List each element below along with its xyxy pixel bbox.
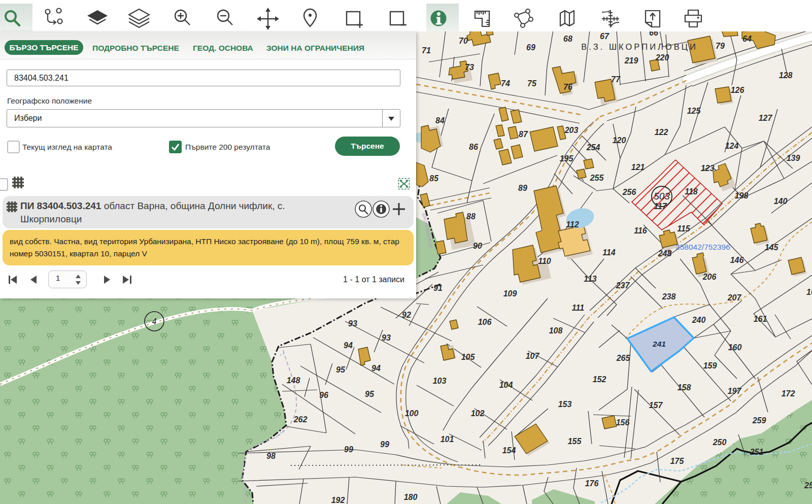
svg-text:118: 118 — [685, 187, 698, 196]
svg-text:64: 64 — [742, 35, 752, 43]
svg-text:4: 4 — [152, 317, 157, 326]
svg-text:109: 109 — [503, 289, 517, 298]
svg-text:140: 140 — [774, 197, 788, 206]
svg-text:108: 108 — [549, 326, 563, 335]
svg-text:175: 175 — [670, 457, 685, 465]
svg-text:146: 146 — [730, 256, 744, 264]
svg-text:100: 100 — [405, 409, 419, 418]
svg-text:220: 220 — [655, 53, 669, 62]
svg-text:159: 159 — [703, 361, 717, 370]
svg-text:69: 69 — [526, 43, 535, 52]
svg-text:79: 79 — [716, 42, 725, 50]
svg-text:110: 110 — [538, 257, 551, 265]
svg-text:127: 127 — [759, 114, 773, 122]
svg-text:240: 240 — [692, 316, 706, 324]
svg-text:206: 206 — [702, 273, 717, 281]
svg-text:126: 126 — [731, 86, 745, 94]
svg-text:70: 70 — [459, 37, 468, 45]
svg-text:107: 107 — [526, 352, 540, 360]
svg-text:203: 203 — [564, 126, 579, 135]
svg-text:74: 74 — [501, 79, 510, 88]
svg-text:84: 84 — [435, 116, 445, 125]
svg-text:176: 176 — [585, 479, 599, 488]
svg-text:92: 92 — [402, 311, 411, 319]
svg-text:139: 139 — [787, 154, 800, 162]
svg-text:152: 152 — [593, 375, 606, 384]
svg-text:89: 89 — [518, 184, 527, 192]
svg-text:121: 121 — [631, 163, 645, 172]
svg-text:154: 154 — [502, 446, 516, 455]
svg-text:248: 248 — [658, 249, 672, 258]
svg-text:91: 91 — [433, 284, 443, 292]
svg-text:120: 120 — [613, 136, 626, 145]
svg-text:25: 25 — [804, 481, 812, 490]
svg-text:87: 87 — [519, 130, 528, 139]
svg-text:207: 207 — [727, 293, 742, 302]
svg-text:125: 125 — [687, 107, 701, 115]
svg-text:75: 75 — [527, 79, 537, 88]
svg-text:198: 198 — [735, 191, 749, 200]
svg-text:105: 105 — [461, 353, 476, 361]
svg-text:250: 250 — [713, 438, 727, 447]
svg-text:114: 114 — [602, 248, 616, 257]
svg-text:160: 160 — [728, 343, 742, 352]
svg-text:258042/752396: 258042/752396 — [675, 243, 730, 251]
svg-text:73: 73 — [465, 63, 474, 72]
svg-text:116: 116 — [634, 226, 647, 235]
svg-text:88: 88 — [466, 212, 476, 221]
svg-text:76: 76 — [563, 83, 572, 91]
svg-text:103: 103 — [433, 377, 447, 385]
svg-text:145: 145 — [765, 243, 779, 252]
svg-text:238: 238 — [662, 292, 676, 301]
svg-text:180: 180 — [404, 493, 418, 501]
svg-text:158: 158 — [678, 383, 691, 392]
svg-text:85: 85 — [429, 174, 439, 183]
svg-text:122: 122 — [655, 128, 668, 137]
svg-text:254: 254 — [586, 143, 600, 152]
svg-text:115: 115 — [677, 224, 691, 233]
svg-text:259: 259 — [752, 416, 766, 425]
svg-text:95: 95 — [336, 365, 346, 374]
svg-text:265: 265 — [616, 354, 631, 362]
svg-text:102: 102 — [471, 409, 485, 418]
svg-text:95: 95 — [365, 390, 375, 398]
svg-text:123: 123 — [701, 164, 715, 173]
svg-text:77: 77 — [611, 75, 621, 84]
svg-text:99: 99 — [380, 440, 389, 449]
svg-text:111: 111 — [572, 304, 584, 312]
svg-text:251: 251 — [750, 448, 764, 456]
svg-text:161: 161 — [754, 315, 767, 323]
svg-text:86: 86 — [469, 143, 478, 151]
svg-text:98: 98 — [266, 452, 276, 460]
svg-text:195: 195 — [560, 154, 574, 163]
svg-text:255: 255 — [590, 174, 604, 182]
svg-text:112: 112 — [566, 220, 579, 229]
svg-text:93: 93 — [382, 333, 391, 342]
svg-text:256: 256 — [622, 188, 636, 196]
svg-text:157: 157 — [649, 401, 663, 410]
svg-text:192: 192 — [331, 496, 345, 504]
svg-text:В.З. ШКОРПИЛОВЦИ: В.З. ШКОРПИЛОВЦИ — [581, 42, 698, 51]
svg-text:94: 94 — [344, 341, 353, 350]
svg-text:101: 101 — [441, 435, 454, 444]
svg-text:128: 128 — [779, 71, 793, 80]
svg-text:113: 113 — [584, 275, 597, 283]
svg-text:99: 99 — [344, 445, 353, 454]
svg-text:104: 104 — [499, 381, 513, 389]
svg-text:124: 124 — [725, 142, 739, 150]
svg-text:172: 172 — [782, 389, 795, 398]
svg-text:237: 237 — [616, 281, 630, 290]
svg-text:16: 16 — [806, 288, 812, 296]
svg-text:153: 153 — [558, 400, 572, 409]
svg-text:503: 503 — [654, 191, 670, 201]
svg-text:71: 71 — [422, 46, 431, 55]
svg-text:156: 156 — [616, 418, 630, 427]
svg-text:68: 68 — [563, 35, 572, 43]
svg-text:148: 148 — [287, 376, 300, 385]
svg-text:106: 106 — [478, 318, 492, 326]
svg-text:96: 96 — [319, 391, 328, 399]
svg-text:197: 197 — [728, 387, 742, 395]
svg-text:219: 219 — [624, 56, 638, 65]
svg-text:67: 67 — [600, 32, 610, 41]
svg-text:241: 241 — [652, 340, 666, 348]
